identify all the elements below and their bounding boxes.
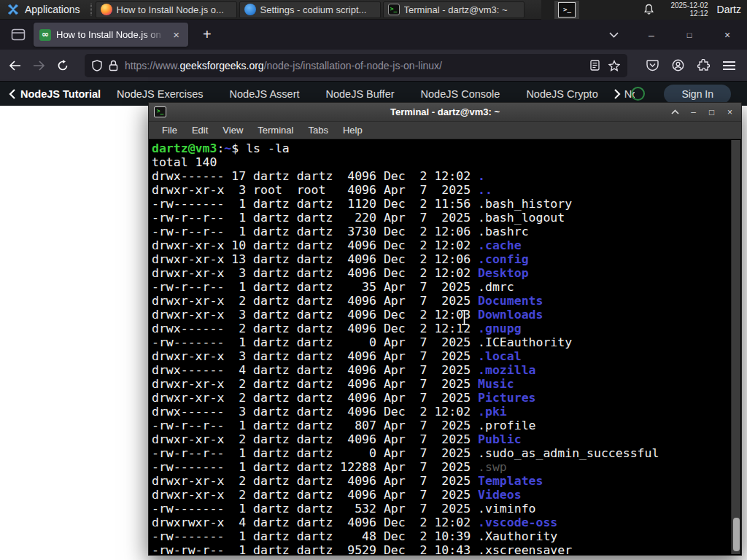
site-nav-link[interactable]: NodeJS Exercises <box>117 88 203 100</box>
browser-maximize-button[interactable]: □ <box>683 31 696 39</box>
browser-close-button[interactable]: × <box>721 29 734 41</box>
firefox-view-icon[interactable] <box>7 24 29 46</box>
text-cursor-pointer <box>460 309 469 329</box>
terminal-titlebar[interactable]: >_ Terminal - dartz@vm3: ~ – □ × <box>149 103 741 122</box>
terminal-menu-edit[interactable]: Edit <box>185 125 215 136</box>
file-name: Music <box>478 377 514 391</box>
file-name: .ICEauthority <box>478 335 572 349</box>
file-name: .viminfo <box>478 502 535 516</box>
firefox-toolbar: https://www.geeksforgeeks.org/node-js/in… <box>0 50 747 82</box>
browser-tab-active[interactable]: ∞ How to Install Node.js on × <box>34 23 188 47</box>
terminal-menu-help[interactable]: Help <box>336 125 370 136</box>
terminal-menu-view[interactable]: View <box>215 125 250 136</box>
file-attributes: drwxr-xr-x 3 root root 4096 Apr 7 2025 <box>152 183 478 197</box>
file-attributes: -rw------- 1 dartz dartz 48 Dec 2 10:39 <box>152 529 478 543</box>
taskbar-item-codium[interactable]: Settings - codium script... <box>239 1 381 18</box>
tab-close-icon[interactable]: × <box>170 28 182 42</box>
file-name: .xscreensaver <box>478 543 572 554</box>
terminal-close-button[interactable]: × <box>724 106 735 117</box>
file-name: .gnupg <box>478 322 522 335</box>
lock-icon[interactable] <box>109 60 118 71</box>
file-name: .pki <box>478 405 507 419</box>
browser-minimize-button[interactable]: – <box>645 29 658 41</box>
tray-terminal-slot[interactable]: >_ <box>554 1 579 19</box>
bookmark-star-icon[interactable] <box>608 60 620 71</box>
terminal-output-line: drwxr-xr-x 3 dartz dartz 4096 Dec 2 12:0… <box>152 266 731 280</box>
file-attributes: drwx------ 4 dartz dartz 4096 Apr 7 2025 <box>152 363 478 377</box>
site-nav-link[interactable]: NodeJS Crypto <box>526 88 597 100</box>
file-name: .mozilla <box>478 363 535 377</box>
file-attributes: drwxr-xr-x 2 dartz dartz 4096 Apr 7 2025 <box>152 488 478 502</box>
terminal-minimize-button[interactable]: – <box>688 106 699 117</box>
terminal-menu-terminal[interactable]: Terminal <box>250 125 301 136</box>
file-name: .dmrc <box>478 280 514 294</box>
file-name: Pictures <box>478 391 535 405</box>
terminal-shade-button[interactable] <box>670 106 681 117</box>
file-name: .Xauthority <box>478 529 557 543</box>
file-name: Documents <box>478 294 543 308</box>
terminal-content[interactable]: dartz@vm3:~$ ls -la total 140 drwx------… <box>150 140 731 554</box>
geeksforgeeks-favicon: ∞ <box>39 29 51 41</box>
notification-bell-icon[interactable] <box>643 4 654 15</box>
new-tab-button[interactable]: + <box>198 26 216 43</box>
terminal-output-line: -rw------- 1 dartz dartz 48 Dec 2 10:39 … <box>152 529 731 543</box>
file-name: .config <box>478 252 529 266</box>
chevron-left-icon <box>9 89 15 99</box>
site-nav-links: NodeJS ExercisesNodeJS AssertNodeJS Buff… <box>117 88 635 100</box>
file-attributes: drwxr-xr-x 10 dartz dartz 4096 Dec 2 12:… <box>152 238 478 252</box>
firefox-icon <box>101 4 112 15</box>
url-scheme: https://www. <box>125 60 179 71</box>
terminal-output-line: drwxr-xr-x 10 dartz dartz 4096 Dec 2 12:… <box>152 238 731 252</box>
terminal-menubar: FileEditViewTerminalTabsHelp <box>149 122 741 139</box>
file-attributes: -rw-r--r-- 1 dartz dartz 807 Apr 7 2025 <box>152 419 478 432</box>
terminal-output-line: -rw-r--r-- 1 dartz dartz 35 Apr 7 2025 .… <box>152 280 731 294</box>
file-attributes: drwxr-xr-x 3 dartz dartz 4096 Dec 2 12:0… <box>152 308 478 322</box>
site-nav-link[interactable]: NodeJS Buffer <box>326 88 395 100</box>
file-name: .. <box>478 183 492 197</box>
terminal-output-line: drwx------ 17 dartz dartz 4096 Dec 2 12:… <box>152 169 731 183</box>
xfce-logo-icon <box>7 3 20 16</box>
terminal-output-line: drwxr-xr-x 2 dartz dartz 4096 Apr 7 2025… <box>152 391 731 405</box>
list-all-tabs-icon[interactable] <box>607 32 620 38</box>
terminal-menu-file[interactable]: File <box>155 125 185 136</box>
url-bar[interactable]: https://www.geeksforgeeks.org/node-js/in… <box>85 54 627 77</box>
account-icon[interactable] <box>672 59 684 71</box>
chevron-right-icon[interactable] <box>614 89 621 99</box>
tab-title: How to Install Node.js on <box>56 29 165 40</box>
codium-icon <box>244 4 256 15</box>
terminal-output-line: drwxr-xr-x 3 dartz dartz 4096 Apr 7 2025… <box>152 349 731 363</box>
terminal-maximize-button[interactable]: □ <box>706 106 717 117</box>
terminal-scrollbar[interactable] <box>731 140 740 554</box>
file-attributes: drwxr-xr-x 2 dartz dartz 4096 Apr 7 2025 <box>152 432 478 446</box>
file-attributes: -rw-rw-r-- 1 dartz dartz 9529 Dec 2 10:4… <box>152 543 478 554</box>
panel-clock[interactable]: 2025-12-02 12:12 <box>670 1 708 18</box>
site-nav-link[interactable]: NodeJS Console <box>421 88 500 100</box>
back-button[interactable] <box>9 61 21 71</box>
taskbar-item-firefox[interactable]: How to Install Node.js o... <box>96 1 237 18</box>
file-attributes: -rw------- 1 dartz dartz 532 Apr 7 2025 <box>152 502 478 516</box>
site-nav-link[interactable]: NodeJS Assert <box>230 88 300 100</box>
menu-hamburger-icon[interactable] <box>723 61 735 70</box>
reader-view-icon[interactable] <box>590 60 600 71</box>
file-name: Desktop <box>478 266 529 280</box>
terminal-scrollbar-thumb[interactable] <box>733 518 740 551</box>
tracking-protection-shield-icon[interactable] <box>92 60 102 71</box>
terminal-output-line: -rw-rw-r-- 1 dartz dartz 9529 Dec 2 10:4… <box>152 543 731 554</box>
taskbar-item-terminal[interactable]: >_Terminal - dartz@vm3: ~ <box>383 1 525 18</box>
file-attributes: -rw------- 1 dartz dartz 0 Apr 7 2025 <box>152 335 478 349</box>
file-name: .cache <box>478 238 522 252</box>
file-name: .bashrc <box>478 225 529 238</box>
applications-menu-label: Applications <box>25 4 80 15</box>
pocket-icon[interactable] <box>646 59 659 71</box>
applications-menu-button[interactable]: Applications <box>0 0 87 20</box>
terminal-menu-tabs[interactable]: Tabs <box>301 125 335 136</box>
site-nav-primary[interactable]: NodeJS Tutorial <box>9 88 101 100</box>
tray-terminal-icon: >_ <box>558 2 576 18</box>
reload-button[interactable] <box>57 60 69 71</box>
extensions-puzzle-icon[interactable] <box>697 59 710 71</box>
terminal-output-line: drwxr-xr-x 2 dartz dartz 4096 Apr 7 2025… <box>152 488 731 502</box>
search-icon[interactable] <box>631 87 645 101</box>
taskbar-item-label: How to Install Node.js o... <box>117 4 232 15</box>
forward-button[interactable] <box>33 61 45 71</box>
sign-in-button[interactable]: Sign In <box>664 85 731 104</box>
